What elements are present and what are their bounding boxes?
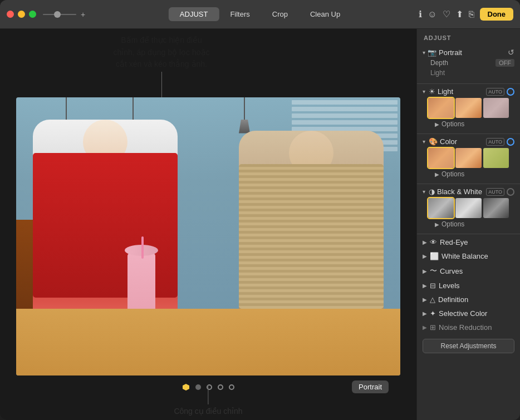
- bottom-annotation: Công cụ điều chỉnh: [174, 385, 242, 416]
- light-options-chevron-icon: ▶: [435, 121, 439, 127]
- definition-icon: △: [430, 295, 435, 304]
- bw-label: Black & White: [437, 187, 484, 196]
- light-sublabel: Light: [423, 68, 514, 79]
- done-button[interactable]: Done: [480, 8, 514, 21]
- levels-label: Levels: [439, 281, 514, 290]
- bw-options-chevron-icon: ▶: [435, 221, 439, 228]
- light-thumb-2[interactable]: [455, 98, 481, 118]
- right-panel: ADJUST ▾ 📷 Portrait ↺ Depth OFF Light: [416, 29, 520, 420]
- traffic-lights: [7, 11, 36, 18]
- tab-adjust[interactable]: ADJUST: [169, 7, 219, 21]
- light-options[interactable]: ▶ Options: [423, 119, 514, 130]
- right-toolbar-icons: ℹ ☺ ♡ ⬆ ⎘ Done: [419, 8, 513, 21]
- color-thumb-3[interactable]: [483, 148, 509, 168]
- tab-crop[interactable]: Crop: [261, 7, 299, 21]
- bw-auto-badge[interactable]: AUTO: [486, 188, 504, 196]
- red-eye-item[interactable]: ▶ 👁 Red-Eye: [417, 235, 520, 249]
- portrait-section: ▾ 📷 Portrait ↺ Depth OFF Light: [417, 45, 520, 82]
- levels-chevron-icon: ▶: [423, 283, 427, 289]
- light-auto-badge[interactable]: AUTO: [486, 88, 504, 96]
- zoom-slider[interactable]: [43, 14, 76, 15]
- red-eye-label: Red-Eye: [440, 238, 514, 246]
- color-chevron-icon: ▾: [423, 139, 425, 145]
- color-header[interactable]: ▾ 🎨 Color AUTO: [423, 137, 514, 146]
- selective-color-chevron-icon: ▶: [423, 310, 427, 317]
- bw-thumb-3[interactable]: [483, 198, 509, 218]
- levels-item[interactable]: ▶ ⊟ Levels: [417, 279, 520, 293]
- reset-adjustments-button[interactable]: Reset Adjustments: [423, 339, 514, 353]
- definition-label: Definition: [438, 295, 514, 304]
- noise-reduction-item[interactable]: ▶ ⊞ Noise Reduction: [417, 320, 520, 334]
- table-surface: [16, 309, 400, 375]
- favorite-icon[interactable]: ♡: [443, 9, 450, 19]
- noise-reduction-icon: ⊞: [430, 323, 436, 332]
- portrait-header[interactable]: ▾ 📷 Portrait ↺: [423, 48, 514, 57]
- main-content: Bấm để thực hiện điều chỉnh, áp dụng bộ …: [0, 29, 520, 420]
- depth-row: Depth OFF: [423, 57, 514, 68]
- photo-area: Bấm để thực hiện điều chỉnh, áp dụng bộ …: [0, 29, 416, 420]
- definition-item[interactable]: ▶ △ Definition: [417, 293, 520, 307]
- light-chevron-icon: ▾: [423, 88, 425, 95]
- color-thumb-2[interactable]: [455, 148, 481, 168]
- callout-line: [161, 72, 162, 100]
- red-eye-icon: 👁: [430, 238, 437, 246]
- bw-options[interactable]: ▶ Options: [423, 219, 514, 230]
- depth-value: OFF: [496, 59, 514, 67]
- color-wheel-icon: 🎨: [429, 137, 438, 146]
- man-figure: [239, 131, 384, 331]
- noise-reduction-label: Noise Reduction: [439, 323, 514, 332]
- depth-label: Depth: [430, 59, 448, 67]
- white-balance-item[interactable]: ▶ ⬜ White Balance: [417, 249, 520, 263]
- close-button[interactable]: [7, 11, 14, 18]
- photo-scene: [16, 97, 400, 375]
- zoom-plus-icon[interactable]: +: [81, 10, 85, 19]
- color-options[interactable]: ▶ Options: [423, 169, 514, 180]
- selective-color-icon: ✦: [430, 309, 436, 318]
- minimize-button[interactable]: [18, 11, 25, 18]
- color-thumb-1[interactable]: [428, 148, 454, 168]
- portrait-badge: Portrait: [352, 381, 389, 393]
- light-options-label: Options: [441, 120, 464, 128]
- selective-color-item[interactable]: ▶ ✦ Selective Color: [417, 307, 520, 320]
- light-sun-icon: ☀: [429, 87, 435, 96]
- pendant-right: [239, 97, 250, 134]
- portrait-camera-icon: 📷: [428, 48, 436, 57]
- bw-icon: ◑: [429, 187, 435, 196]
- color-options-label: Options: [441, 170, 464, 178]
- bw-toggle[interactable]: [507, 188, 514, 196]
- portrait-undo-icon[interactable]: ↺: [508, 48, 514, 57]
- zoom-slider-area: +: [43, 10, 85, 19]
- bw-thumb-2[interactable]: [455, 198, 481, 218]
- light-toggle[interactable]: [507, 88, 514, 96]
- portrait-chevron-icon: ▾: [423, 50, 425, 56]
- bw-thumb-1[interactable]: [428, 198, 454, 218]
- tab-cleanup[interactable]: Clean Up: [299, 7, 351, 21]
- noise-reduction-chevron-icon: ▶: [423, 324, 427, 330]
- face-icon[interactable]: ☺: [428, 9, 436, 19]
- portrait-label: Portrait: [439, 48, 506, 57]
- color-toggle[interactable]: [507, 138, 514, 146]
- color-section: ▾ 🎨 Color AUTO: [417, 135, 520, 182]
- color-thumbnails: [423, 146, 514, 169]
- main-window: + ADJUST Filters Crop Clean Up ℹ ☺ ♡ ⬆ ⎘…: [0, 0, 520, 420]
- light-thumb-1[interactable]: [428, 98, 454, 118]
- fullscreen-button[interactable]: [29, 11, 36, 18]
- white-balance-chevron-icon: ▶: [423, 253, 427, 259]
- panel-title: ADJUST: [417, 29, 520, 45]
- callout-text: Bấm để thực hiện điều chỉnh, áp dụng bộ …: [100, 34, 223, 71]
- light-thumb-3[interactable]: [483, 98, 509, 118]
- info-icon[interactable]: ℹ: [419, 9, 422, 19]
- photo-container[interactable]: [16, 97, 400, 375]
- levels-icon: ⊟: [430, 281, 436, 290]
- light-thumbnails: [423, 96, 514, 119]
- light-label: Light: [438, 87, 484, 96]
- curves-icon: 〜: [430, 266, 437, 276]
- bw-header[interactable]: ▾ ◑ Black & White AUTO: [423, 187, 514, 196]
- color-auto-badge[interactable]: AUTO: [486, 138, 504, 146]
- curves-item[interactable]: ▶ 〜 Curves: [417, 263, 520, 279]
- tab-filters[interactable]: Filters: [219, 7, 261, 21]
- export-icon[interactable]: ⬆: [456, 9, 463, 19]
- share-icon[interactable]: ⎘: [469, 9, 474, 19]
- light-section: ▾ ☀ Light AUTO: [417, 85, 520, 132]
- light-header[interactable]: ▾ ☀ Light AUTO: [423, 87, 514, 96]
